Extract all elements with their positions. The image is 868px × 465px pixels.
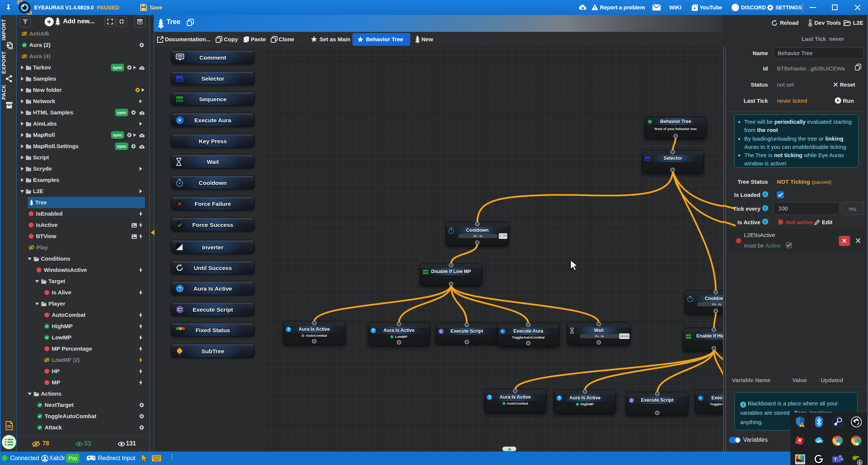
- svg-text:?: ?: [178, 286, 181, 292]
- svg-text:T: T: [834, 457, 837, 462]
- svg-text:#: #: [181, 307, 183, 310]
- svg-text:C: C: [440, 330, 442, 333]
- svg-text:?: ?: [372, 328, 374, 333]
- svg-text:?: ?: [287, 327, 289, 332]
- svg-text:?: ?: [488, 395, 490, 399]
- svg-text:?: ?: [558, 396, 560, 400]
- svg-text:C: C: [630, 399, 633, 402]
